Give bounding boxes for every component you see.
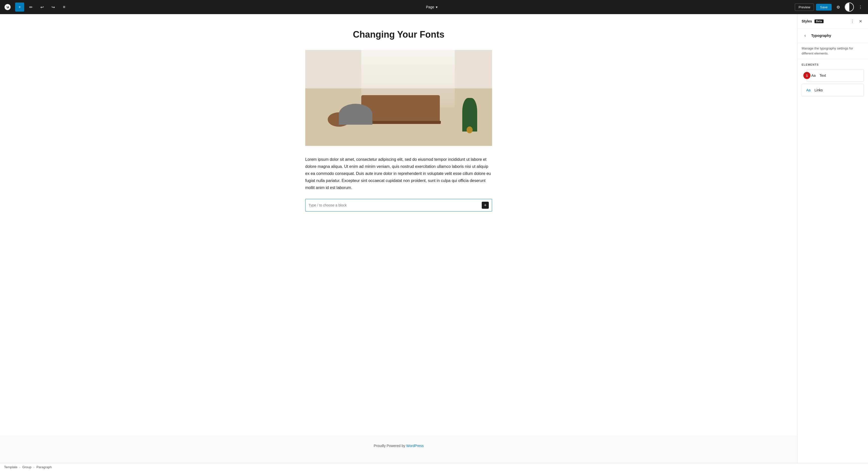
breadcrumb-sep-2: › (34, 466, 35, 469)
redo-icon: ↪ (52, 5, 55, 9)
block-input-row[interactable]: + (305, 199, 492, 212)
wp-logo[interactable] (3, 2, 12, 11)
page-label-text: Page (426, 5, 434, 9)
main-toolbar: + ✏ ↩ ↪ ≡ Page ▾ Preview Save ⚙ ⋮ (0, 0, 868, 14)
block-add-button[interactable]: + (482, 202, 489, 209)
add-icon: + (19, 5, 21, 9)
undo-button[interactable]: ↩ (37, 2, 46, 11)
breadcrumb-template[interactable]: Template (4, 465, 18, 469)
toolbar-right: Preview Save ⚙ ⋮ (795, 2, 865, 11)
chevron-down-icon: ▾ (436, 5, 437, 9)
edit-tool-button[interactable]: ✏ (26, 2, 35, 11)
save-button[interactable]: Save (816, 4, 832, 10)
theme-toggle-icon (845, 3, 854, 11)
main-area: Changing Your Fonts Lorem ipsum dolor si… (0, 14, 868, 463)
links-element-label: Links (814, 88, 823, 92)
panel-header-right: ⋮ ✕ (849, 18, 864, 25)
more-options-button[interactable]: ⋮ (856, 2, 865, 11)
panel-header-left: Styles Beta (802, 19, 824, 23)
theme-toggle-button[interactable] (845, 2, 854, 11)
close-icon: ✕ (859, 19, 862, 24)
paragraph-block: Lorem ipsum dolor sit amet, consectetur … (305, 156, 492, 191)
list-icon: ≡ (63, 5, 65, 9)
redo-button[interactable]: ↪ (49, 2, 58, 11)
step-indicator: 1 (803, 72, 810, 79)
footer-text: Proudly Powered by (374, 444, 406, 448)
elements-section: ELEMENTS 1 Aa Text Aa Links (798, 59, 868, 102)
pencil-icon: ✏ (29, 5, 33, 9)
plant-decoration (462, 98, 477, 131)
breadcrumb-group[interactable]: Group (22, 465, 31, 469)
chair-decoration (339, 104, 372, 125)
featured-image (305, 50, 492, 146)
editor-footer: Proudly Powered by WordPress (0, 436, 797, 463)
typography-title: Typography (811, 34, 831, 38)
links-aa-icon: Aa (805, 87, 812, 94)
undo-icon: ↩ (40, 5, 44, 9)
list-view-button[interactable]: ≡ (60, 2, 69, 11)
page-title: Changing Your Fonts (305, 29, 492, 40)
panel-close-button[interactable]: ✕ (857, 18, 864, 25)
preview-button[interactable]: Preview (795, 3, 814, 11)
elements-label: ELEMENTS (802, 63, 864, 66)
typography-text-element[interactable]: 1 Aa Text (807, 69, 864, 82)
panel-more-button[interactable]: ⋮ (849, 18, 856, 25)
ellipsis-icon: ⋮ (850, 19, 855, 24)
typography-description: Manage the typography settings for diffe… (798, 43, 868, 59)
text-aa-icon: Aa (810, 72, 817, 79)
chevron-left-icon: ‹ (804, 33, 806, 38)
wordpress-link[interactable]: WordPress (406, 444, 424, 448)
block-input[interactable] (309, 203, 480, 207)
typography-header: ‹ Typography (798, 29, 868, 43)
right-panel: Styles Beta ⋮ ✕ ‹ Typography Manage the … (797, 14, 868, 463)
plus-icon: + (484, 203, 487, 208)
breadcrumb-paragraph[interactable]: Paragraph (36, 465, 52, 469)
gear-icon: ⚙ (836, 5, 840, 9)
toolbar-center: Page ▾ (71, 3, 793, 10)
editor-area: Changing Your Fonts Lorem ipsum dolor si… (0, 14, 797, 463)
ellipsis-icon: ⋮ (859, 5, 863, 9)
breadcrumb-bar: Template › Group › Paragraph (0, 463, 868, 471)
sofa-decoration (361, 95, 440, 122)
beta-badge: Beta (814, 20, 824, 23)
page-dropdown[interactable]: Page ▾ (424, 3, 440, 10)
back-button[interactable]: ‹ (802, 32, 809, 39)
settings-button[interactable]: ⚙ (834, 2, 843, 11)
typography-links-element[interactable]: Aa Links (802, 84, 864, 96)
styles-panel-title: Styles (802, 19, 812, 23)
featured-image-inner (305, 50, 492, 146)
text-element-label: Text (819, 73, 826, 77)
breadcrumb-sep-1: › (20, 466, 21, 469)
panel-header: Styles Beta ⋮ ✕ (798, 14, 868, 29)
editor-content: Changing Your Fonts Lorem ipsum dolor si… (295, 14, 502, 436)
add-block-button[interactable]: + (15, 2, 24, 11)
